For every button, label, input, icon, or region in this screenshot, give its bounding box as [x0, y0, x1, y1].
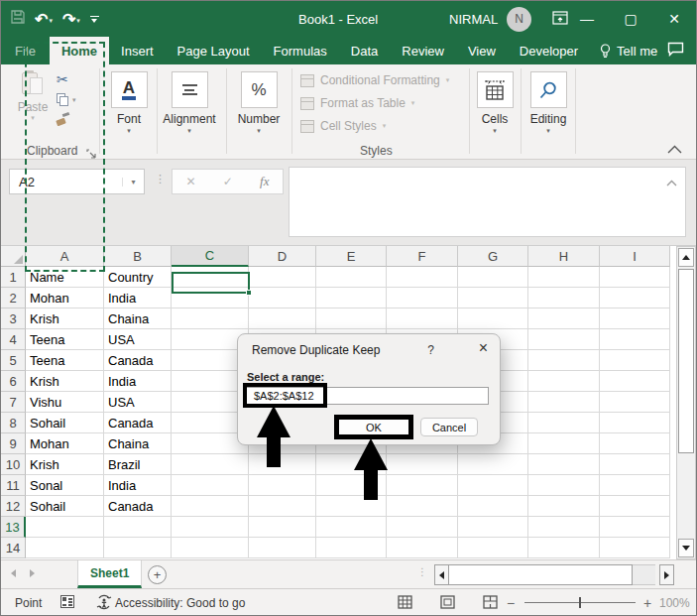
cell-D1[interactable] — [249, 267, 316, 288]
row-header-2[interactable]: 2 — [1, 288, 26, 308]
row-header-1[interactable]: 1 — [1, 267, 26, 288]
cell-E1[interactable] — [316, 267, 387, 288]
formula-bar-grip[interactable]: ⋮ — [155, 173, 166, 185]
cell-A13[interactable] — [26, 517, 104, 538]
range-input[interactable]: $A$2:$A$12 — [246, 387, 489, 405]
cell-I10[interactable] — [600, 454, 670, 475]
cell-I11[interactable] — [600, 475, 670, 496]
zoom-out-icon[interactable]: − — [507, 595, 515, 611]
page-break-view-icon[interactable] — [483, 595, 498, 609]
tab-page-layout[interactable]: Page Layout — [166, 37, 262, 64]
cell-G13[interactable] — [458, 517, 528, 538]
cell-B4[interactable]: USA — [104, 329, 172, 350]
formula-input[interactable] — [289, 167, 686, 237]
cancel-entry-icon[interactable]: ✕ — [186, 175, 196, 188]
row-header-12[interactable]: 12 — [1, 496, 26, 517]
next-sheet-icon[interactable] — [30, 569, 35, 577]
insert-function-icon[interactable]: fx — [260, 174, 269, 189]
cell-B14[interactable] — [104, 538, 172, 558]
accessibility-icon[interactable] — [96, 594, 112, 613]
column-header-I[interactable]: I — [600, 246, 670, 267]
column-header-A[interactable]: A — [26, 246, 104, 267]
cell-G11[interactable] — [458, 475, 528, 496]
cell-F1[interactable] — [387, 267, 458, 288]
cell-H7[interactable] — [528, 392, 600, 413]
tab-home[interactable]: Home — [50, 37, 109, 64]
cell-I9[interactable] — [600, 433, 670, 454]
scroll-left-icon[interactable] — [434, 564, 449, 585]
tab-developer[interactable]: Developer — [508, 37, 590, 64]
cell-I1[interactable] — [600, 267, 670, 288]
horizontal-scrollbar[interactable] — [434, 564, 674, 585]
row-header-10[interactable]: 10 — [1, 454, 26, 475]
cell-B5[interactable]: Canada — [104, 350, 172, 371]
avatar[interactable]: N — [507, 7, 531, 32]
cell-F3[interactable] — [387, 308, 458, 329]
accessibility-status[interactable]: Accessibility: Good to go — [115, 596, 245, 610]
cell-E13[interactable] — [316, 517, 387, 538]
active-cell-C13[interactable] — [172, 272, 250, 294]
cell-D13[interactable] — [249, 517, 316, 538]
cell-H8[interactable] — [528, 413, 600, 433]
row-header-3[interactable]: 3 — [1, 308, 26, 329]
close-button[interactable]: ✕ — [652, 1, 696, 37]
cell-A9[interactable]: Mohan — [26, 433, 104, 454]
column-header-G[interactable]: G — [458, 246, 528, 267]
tab-file[interactable]: File — [1, 37, 50, 64]
new-sheet-icon[interactable]: + — [148, 565, 167, 584]
column-header-C[interactable]: C — [172, 246, 249, 267]
cell-I12[interactable] — [600, 496, 670, 517]
zoom-in-icon[interactable]: + — [643, 595, 651, 611]
cell-H5[interactable] — [528, 350, 600, 371]
cell-A2[interactable]: Mohan — [26, 288, 104, 308]
cell-I2[interactable] — [600, 288, 670, 308]
cell-C10[interactable] — [172, 454, 249, 475]
confirm-entry-icon[interactable]: ✓ — [223, 175, 233, 188]
cell-C3[interactable] — [172, 308, 249, 329]
cell-H14[interactable] — [528, 538, 600, 558]
cell-B1[interactable]: Country — [104, 267, 172, 288]
cell-I6[interactable] — [600, 371, 670, 392]
user-name[interactable]: NIRMAL — [449, 12, 498, 27]
cell-B12[interactable]: Canada — [104, 496, 172, 517]
cell-E14[interactable] — [316, 538, 387, 558]
cell-H2[interactable] — [528, 288, 600, 308]
cell-D11[interactable] — [249, 475, 316, 496]
collapse-ribbon-icon[interactable] — [667, 140, 682, 158]
cell-H10[interactable] — [528, 454, 600, 475]
cell-H6[interactable] — [528, 371, 600, 392]
redo-button[interactable]: ↷▾ — [62, 10, 80, 29]
font-group-button[interactable]: A Font ▾ — [107, 71, 151, 135]
page-layout-view-icon[interactable] — [440, 595, 455, 609]
cell-A14[interactable] — [26, 538, 104, 558]
cell-A11[interactable]: Sonal — [26, 475, 104, 496]
row-header-11[interactable]: 11 — [1, 475, 26, 496]
dialog-close-icon[interactable]: × — [479, 339, 488, 357]
format-as-table-button[interactable]: Format as Table▾ — [300, 96, 414, 110]
cell-D12[interactable] — [249, 496, 316, 517]
cell-H4[interactable] — [528, 329, 600, 350]
ok-button[interactable]: OK — [341, 420, 407, 434]
tab-review[interactable]: Review — [390, 37, 456, 64]
cell-F12[interactable] — [387, 496, 458, 517]
customize-qat-icon[interactable] — [90, 16, 99, 23]
cut-icon[interactable]: ✂ — [57, 72, 76, 86]
tab-view[interactable]: View — [456, 37, 508, 64]
cancel-button[interactable]: Cancel — [420, 418, 478, 436]
sheetbar-grip[interactable]: ⋮ — [417, 566, 427, 577]
zoom-level[interactable]: 100% — [659, 596, 690, 610]
zoom-slider-thumb[interactable] — [579, 597, 581, 608]
maximize-button[interactable]: ▢ — [609, 1, 652, 37]
fill-handle[interactable] — [246, 290, 252, 296]
row-header-9[interactable]: 9 — [1, 433, 26, 454]
row-header-14[interactable]: 14 — [1, 538, 26, 558]
cell-styles-button[interactable]: Cell Styles▾ — [300, 119, 386, 133]
alignment-group-button[interactable]: Alignment ▾ — [168, 71, 211, 135]
cell-G1[interactable] — [458, 267, 528, 288]
cell-H11[interactable] — [528, 475, 600, 496]
tab-insert[interactable]: Insert — [109, 37, 166, 64]
cell-A5[interactable]: Teena — [26, 350, 104, 371]
dialog-help-icon[interactable]: ? — [427, 343, 434, 357]
row-header-13[interactable]: 13 — [1, 517, 26, 538]
cell-G3[interactable] — [458, 308, 528, 329]
